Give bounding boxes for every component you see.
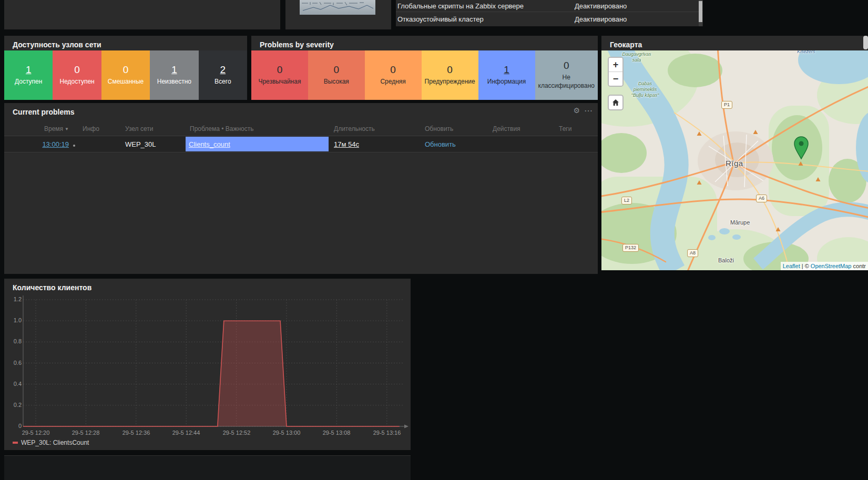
ytick-label: 0 bbox=[4, 423, 22, 429]
xtick-label: 29-5 12:52 bbox=[213, 430, 260, 436]
xtick-label: 29-5 13:08 bbox=[313, 430, 360, 436]
problem-update-link[interactable]: Обновить bbox=[425, 140, 456, 148]
system-info-label: Глобальные скрипты на Zabbix сервере bbox=[397, 2, 524, 10]
severity-count: 0 bbox=[447, 65, 453, 75]
host-availability-cards: 1 Доступен 0 Недоступен 0 Смешанные 1 Не… bbox=[4, 50, 247, 100]
clients-graph-panel: Количество клиентов 1.2 1.0 0.8 0.6 0.4 … bbox=[4, 279, 411, 450]
geomap-canvas[interactable]: Rīga Mārupe Baloži Daugavgrīvas sala Dab… bbox=[601, 50, 868, 270]
severity-card-label: Предупреждение bbox=[422, 78, 478, 86]
leaflet-link[interactable]: Leaflet bbox=[783, 263, 800, 269]
problem-time-link[interactable]: 13:00:19 bbox=[42, 140, 69, 148]
home-view-button[interactable] bbox=[608, 95, 624, 110]
zoom-control: + − bbox=[608, 57, 624, 87]
xtick-label: 29-5 12:28 bbox=[62, 430, 109, 436]
column-header-duration: Длительность bbox=[330, 125, 421, 132]
road-ref-a6: A6 bbox=[756, 195, 767, 202]
system-info-label: Отказоустойчивый кластер bbox=[397, 15, 484, 23]
severity-count-link[interactable]: 1 bbox=[504, 65, 509, 75]
geomap-title: Геокарта bbox=[601, 36, 868, 49]
ytick-label: 0.4 bbox=[4, 381, 22, 387]
severity-count: 0 bbox=[564, 60, 569, 70]
xtick-label: 29-5 13:00 bbox=[263, 430, 310, 436]
map-tiles bbox=[601, 50, 868, 270]
clients-graph[interactable] bbox=[4, 279, 411, 450]
system-info-row: Глобальные скрипты на Zabbix сервере Деа… bbox=[396, 0, 703, 12]
page-scrollbar-thumb[interactable] bbox=[863, 36, 868, 49]
road-ref-p1: P1 bbox=[721, 101, 732, 109]
thumbnail-sketch bbox=[300, 0, 375, 15]
severity-count: 0 bbox=[390, 65, 396, 75]
zoom-in-button[interactable]: + bbox=[609, 58, 622, 72]
availability-card-label: Недоступен bbox=[57, 78, 98, 86]
host-availability-panel: Доступность узлов сети 1 Доступен 0 Недо… bbox=[4, 36, 247, 100]
problem-duration-link[interactable]: 17м 54с bbox=[334, 140, 359, 148]
availability-card-label: Неизвестно bbox=[154, 78, 195, 86]
xtick-label: 29-5 12:44 bbox=[162, 430, 210, 436]
column-header-host: Узел сети bbox=[121, 125, 186, 132]
system-info-row: Отказоустойчивый кластер Деактивировано bbox=[396, 12, 703, 26]
severity-cards: 0 Чрезвычайная 0 Высокая 0 Средняя 0 Пре… bbox=[251, 50, 598, 100]
availability-card-label: Смешанные bbox=[105, 78, 147, 86]
availability-count-link[interactable]: 1 bbox=[26, 65, 32, 75]
legend-label: WEP_30L: ClientsCount bbox=[21, 439, 89, 446]
road-ref-l2: L2 bbox=[621, 197, 632, 205]
severity-count: 0 bbox=[277, 65, 283, 75]
severity-card-information: 1 Информация bbox=[478, 50, 535, 100]
road-ref-p132: P132 bbox=[622, 244, 639, 252]
openstreetmap-link[interactable]: OpenStreetMap bbox=[811, 263, 852, 269]
severity-card-label: Высокая bbox=[321, 78, 352, 86]
availability-card-unknown: 1 Неизвестно bbox=[150, 50, 198, 100]
problem-row: 13:00:19 WEP_30L Clients_count 17м 54с О… bbox=[4, 136, 598, 152]
availability-count: 0 bbox=[74, 65, 80, 75]
severity-card-label: Чрезвычайная bbox=[255, 78, 304, 86]
column-header-actions: Действия bbox=[488, 125, 555, 132]
clients-graph-title: Количество клиентов bbox=[4, 279, 411, 292]
severity-card-average: 0 Средняя bbox=[365, 50, 422, 100]
widget-scrollbar[interactable] bbox=[699, 0, 702, 26]
more-options-icon[interactable]: ⋯ bbox=[584, 107, 593, 115]
current-problems-title: Current problems bbox=[4, 103, 598, 116]
availability-card-label: Всего bbox=[211, 78, 234, 86]
widget-scrollbar-thumb[interactable] bbox=[699, 1, 702, 22]
graph-thumbnail[interactable] bbox=[300, 0, 375, 15]
problem-host-link[interactable]: WEP_30L bbox=[125, 140, 156, 148]
availability-card-mixed: 0 Смешанные bbox=[101, 50, 150, 100]
ytick-label: 1.2 bbox=[4, 296, 22, 302]
geomap-panel: Геокарта bbox=[601, 36, 868, 270]
column-header-info: Инфо bbox=[78, 125, 121, 132]
map-attribution: Leaflet | © OpenStreetMap contr bbox=[781, 262, 868, 270]
problem-name-link[interactable]: Clients_count bbox=[189, 140, 230, 148]
availability-count: 0 bbox=[123, 65, 129, 75]
ytick-label: 0.2 bbox=[4, 402, 22, 408]
road-ref-a8: A8 bbox=[687, 249, 698, 257]
availability-count-link[interactable]: 1 bbox=[171, 65, 177, 75]
host-availability-title: Доступность узлов сети bbox=[4, 36, 247, 49]
zoom-out-button[interactable]: − bbox=[609, 72, 622, 86]
severity-card-label: Информация bbox=[484, 78, 529, 86]
ytick-label: 1.0 bbox=[4, 317, 22, 323]
home-icon bbox=[612, 99, 619, 106]
graph-legend: WEP_30L: ClientsCount bbox=[13, 439, 89, 446]
map-builtup-area bbox=[698, 131, 773, 190]
xtick-label: 29-5 12:36 bbox=[113, 430, 160, 436]
ytick-label: 0.6 bbox=[4, 360, 22, 366]
availability-card-total: 2 Всего bbox=[199, 50, 247, 100]
system-info-value: Деактивировано bbox=[575, 15, 627, 23]
attribution-tail: contr bbox=[851, 263, 866, 269]
legend-swatch bbox=[13, 442, 18, 444]
problems-by-severity-panel: Problems by severity 0 Чрезвычайная 0 Вы… bbox=[251, 36, 598, 100]
severity-card-not-classified: 0 Не классифицировано bbox=[535, 50, 598, 100]
attribution-separator: | © bbox=[800, 263, 811, 269]
gear-icon[interactable]: ⚙ bbox=[573, 107, 580, 114]
severity-card-label: Средняя bbox=[377, 78, 409, 86]
ytick-label: 0.8 bbox=[4, 338, 22, 344]
widget-system-info-table: Глобальные скрипты на Zabbix сервере Деа… bbox=[396, 0, 703, 26]
widget-partial-left bbox=[4, 0, 280, 29]
severity-card-label: Не классифицировано bbox=[535, 74, 598, 90]
severity-card-high: 0 Высокая bbox=[308, 50, 365, 100]
column-header-problem: Проблема • Важность bbox=[186, 125, 330, 132]
column-header-time[interactable]: Время▼ bbox=[4, 125, 71, 132]
severity-count: 0 bbox=[333, 65, 339, 75]
availability-count-link[interactable]: 2 bbox=[220, 65, 226, 75]
column-header-update: Обновить bbox=[421, 125, 488, 132]
